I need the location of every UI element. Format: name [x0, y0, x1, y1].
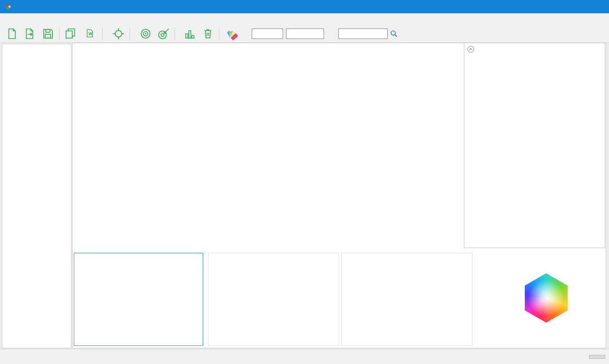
maximize-button[interactable]: [565, 0, 587, 13]
toolbar-separator: [102, 28, 103, 40]
sci-select[interactable]: [252, 29, 283, 39]
app-window: W: [0, 0, 609, 364]
collapse-icon[interactable]: [467, 46, 474, 53]
toolbar-separator: [219, 28, 219, 40]
color-diff-header: [464, 43, 605, 55]
gamut-chart[interactable]: [475, 253, 605, 346]
toolbar: W: [0, 25, 609, 43]
new-document-button[interactable]: [3, 26, 21, 42]
search-button[interactable]: [388, 28, 400, 40]
delete-button[interactable]: [199, 26, 217, 42]
scatter-chart[interactable]: [74, 253, 203, 346]
close-button[interactable]: [587, 0, 609, 13]
calibrate-button[interactable]: [109, 26, 128, 42]
toolbar-separator: [59, 28, 59, 40]
save-button[interactable]: [39, 26, 57, 42]
app-icon: [4, 3, 11, 10]
minimize-button[interactable]: [543, 0, 565, 13]
toolbar-separator: [175, 28, 175, 40]
deltaE-chart[interactable]: [208, 253, 339, 346]
copy-button[interactable]: [61, 26, 79, 42]
chart-button[interactable]: [181, 26, 199, 42]
title-bar: [0, 0, 609, 13]
status-bar: [0, 349, 609, 364]
search-input[interactable]: [338, 29, 388, 39]
word-export-button[interactable]: W: [79, 26, 100, 42]
spectral-chart[interactable]: [341, 253, 472, 346]
sample-tree: [2, 44, 71, 348]
color-diff-panel: [464, 43, 605, 248]
menu-bar: [0, 13, 609, 25]
export-button[interactable]: [21, 26, 39, 42]
measure-standard-button[interactable]: [137, 26, 155, 42]
measure-sample-button[interactable]: [155, 26, 173, 42]
svg-text:W: W: [88, 31, 92, 36]
auto-button[interactable]: [589, 355, 605, 359]
window-controls: [543, 0, 609, 13]
gamut-chart-overlay: [475, 253, 604, 344]
illuminant-select[interactable]: [286, 29, 324, 39]
color-palette-button[interactable]: [225, 26, 243, 42]
toolbar-separator: [129, 28, 130, 40]
